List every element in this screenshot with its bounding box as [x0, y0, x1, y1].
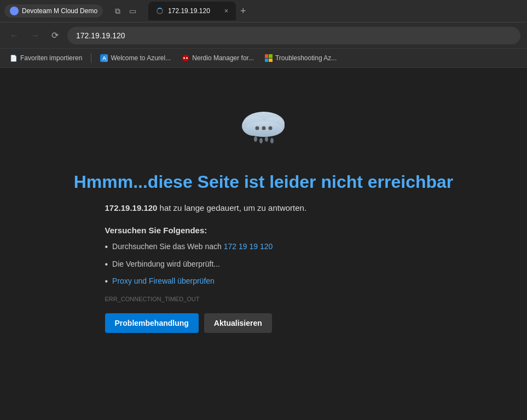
nerdio-icon	[182, 54, 189, 62]
error-heading: Hmmm...diese Seite ist leider nicht erre…	[74, 172, 454, 192]
list-item-search-text: Durchsuchen Sie das Web nach 172 19 19 1…	[112, 241, 273, 252]
import-icon: 📄	[10, 54, 18, 62]
list-item-search: Durchsuchen Sie das Web nach 172 19 19 1…	[105, 241, 422, 252]
bookmark-nerdio-label: Nerdio Manager for...	[192, 54, 254, 62]
bookmark-separator-1	[91, 53, 91, 63]
svg-point-2	[186, 57, 188, 59]
svg-point-9	[268, 126, 272, 130]
svg-point-7	[255, 126, 259, 130]
address-bar: ← → ⟳	[0, 22, 527, 48]
tab-controls: ⧉ ▭	[112, 5, 140, 17]
bookmark-import-label: Favoriten importieren	[20, 54, 82, 62]
bookmark-troubleshooting-label: Troubleshooting Az...	[275, 54, 337, 62]
svg-point-1	[183, 57, 185, 59]
button-row: Problembehandlung Aktualisieren	[105, 313, 422, 333]
bookmark-nerdio[interactable]: Nerdio Manager for...	[177, 52, 258, 64]
profile-icon	[10, 7, 19, 15]
bookmarks-bar: 📄 Favoriten importieren A Welcome to Azu…	[0, 48, 527, 68]
search-link[interactable]: 172 19 19 120	[224, 242, 273, 251]
forward-button[interactable]: →	[27, 28, 43, 43]
problembehandlung-button[interactable]: Problembehandlung	[105, 313, 199, 333]
error-code: ERR_CONNECTION_TIMED_OUT	[105, 296, 422, 302]
copy-tab-button[interactable]: ⧉	[112, 5, 124, 17]
svg-point-12	[265, 136, 268, 142]
title-bar: Devoteam M Cloud Demo ⧉ ▭ 172.19.19.120 …	[0, 0, 527, 22]
tab-spinner	[156, 7, 164, 15]
tab-title: 172.19.19.120	[168, 7, 210, 15]
new-tab-button[interactable]: +	[236, 5, 251, 17]
azure-icon: A	[100, 54, 108, 62]
try-heading: Versuchen Sie Folgendes:	[105, 226, 422, 235]
bookmark-azure[interactable]: A Welcome to Azurel...	[96, 52, 175, 64]
bookmark-troubleshooting[interactable]: Troubleshooting Az...	[260, 52, 341, 64]
list-item-connection: Die Verbindung wird überprüft...	[105, 259, 422, 270]
error-ip: 172.19.19.120	[105, 203, 158, 212]
svg-point-11	[259, 138, 263, 143]
reload-button[interactable]: ⟳	[48, 28, 62, 43]
try-section: Versuchen Sie Folgendes: Durchsuchen Sie…	[105, 226, 422, 333]
list-item-connection-text: Die Verbindung wird überprüft...	[112, 259, 220, 270]
bookmark-import[interactable]: 📄 Favoriten importieren	[5, 52, 86, 64]
tab-area: 172.19.19.120 × +	[148, 0, 523, 22]
cloud-illustration	[231, 101, 297, 150]
profile-button[interactable]: Devoteam M Cloud Demo	[4, 4, 103, 18]
try-list: Durchsuchen Sie das Web nach 172 19 19 1…	[105, 241, 422, 287]
back-button[interactable]: ←	[7, 28, 22, 43]
list-item-proxy: Proxy und Firewall überprüfen	[105, 276, 422, 287]
window-layout-button[interactable]: ▭	[126, 5, 140, 17]
active-tab[interactable]: 172.19.19.120 ×	[148, 2, 236, 20]
error-subtitle-text: hat zu lange gedauert, um zu antworten.	[157, 203, 306, 212]
svg-point-8	[262, 126, 265, 130]
error-subtitle: 172.19.19.120 hat zu lange gedauert, um …	[105, 203, 422, 212]
tab-close-button[interactable]: ×	[224, 7, 228, 15]
proxy-link[interactable]: Proxy und Firewall überprüfen	[112, 276, 215, 287]
svg-point-0	[182, 55, 189, 61]
profile-label: Devoteam M Cloud Demo	[22, 7, 97, 15]
bookmark-azure-label: Welcome to Azurel...	[111, 54, 171, 62]
svg-point-10	[254, 136, 257, 142]
page-content: Hmmm...diese Seite ist leider nicht erre…	[0, 68, 527, 420]
address-input[interactable]	[67, 27, 520, 44]
ms-icon	[265, 54, 273, 62]
aktualisieren-button[interactable]: Aktualisieren	[204, 313, 272, 333]
svg-point-13	[270, 138, 274, 143]
